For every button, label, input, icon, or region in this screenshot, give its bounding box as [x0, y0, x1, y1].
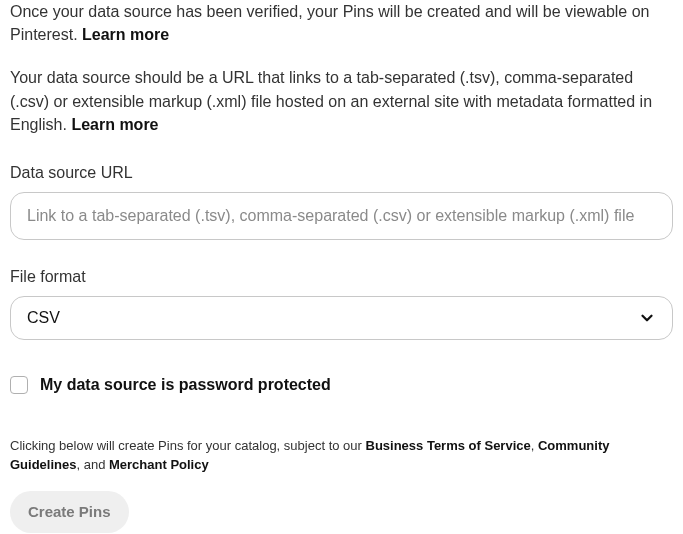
password-protected-label[interactable]: My data source is password protected [40, 376, 331, 394]
legal-comma1: , [531, 438, 538, 453]
password-protected-checkbox[interactable] [10, 376, 28, 394]
learn-more-link-1[interactable]: Learn more [82, 26, 169, 43]
create-pins-button[interactable]: Create Pins [10, 491, 129, 533]
merchant-policy-link[interactable]: Merchant Policy [109, 457, 209, 472]
intro-paragraph-1: Once your data source has been verified,… [10, 0, 673, 46]
file-format-label: File format [10, 268, 673, 286]
data-source-url-input[interactable] [10, 192, 673, 240]
business-tos-link[interactable]: Business Terms of Service [366, 438, 531, 453]
file-format-selected-value: CSV [27, 309, 60, 327]
intro-paragraph-2: Your data source should be a URL that li… [10, 66, 673, 136]
legal-text: Clicking below will create Pins for your… [10, 436, 673, 475]
legal-pre: Clicking below will create Pins for your… [10, 438, 366, 453]
data-source-url-label: Data source URL [10, 164, 673, 182]
learn-more-link-2[interactable]: Learn more [71, 116, 158, 133]
chevron-down-icon [638, 309, 656, 327]
file-format-select[interactable]: CSV [10, 296, 673, 340]
password-protected-row: My data source is password protected [10, 376, 673, 394]
legal-and: , and [76, 457, 109, 472]
